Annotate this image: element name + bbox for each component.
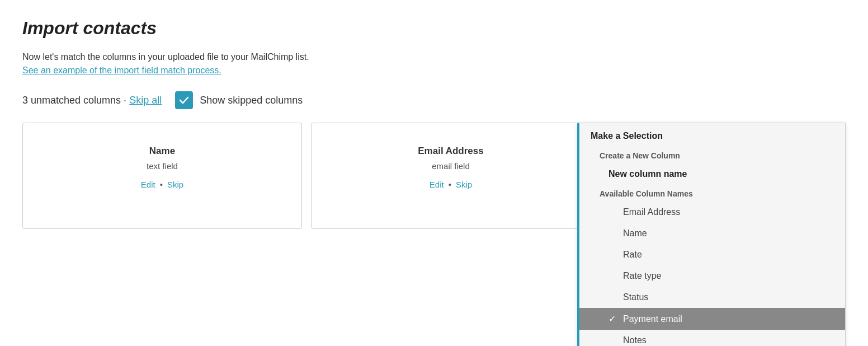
- skip-link-email[interactable]: Skip: [456, 180, 472, 189]
- dropdown-item-status[interactable]: Status: [579, 287, 845, 308]
- page-title: Import contacts: [22, 18, 846, 39]
- show-skipped-checkbox[interactable]: [175, 91, 193, 109]
- example-link[interactable]: See an example of the import field match…: [22, 66, 221, 76]
- page-description: Now let's match the columns in your uplo…: [22, 52, 846, 62]
- check-icon-rate-type: [608, 271, 617, 281]
- column-card-actions-name: Edit • Skip: [141, 180, 183, 189]
- check-icon-notes: [608, 335, 617, 345]
- show-skipped-area: Show skipped columns: [175, 91, 303, 109]
- check-icon-status: [608, 292, 617, 302]
- show-skipped-label: Show skipped columns: [200, 95, 303, 106]
- column-card-title-email: Email Address: [418, 146, 483, 157]
- column-card-type-email: email field: [432, 161, 470, 171]
- dropdown-item-payment-email[interactable]: ✓ Payment email: [579, 308, 845, 330]
- check-icon-payment-email: ✓: [608, 314, 617, 324]
- check-icon-email: [608, 207, 617, 217]
- dropdown-item-notes[interactable]: Notes: [579, 330, 845, 346]
- check-icon-rate: [608, 250, 617, 260]
- dropdown-available-section: Available Column Names: [579, 185, 845, 202]
- skip-all-link[interactable]: Skip all: [129, 95, 162, 106]
- column-card-email: Email Address email field Edit • Skip: [311, 123, 591, 229]
- separator-email: •: [449, 180, 451, 189]
- column-card-title-name: Name: [149, 146, 175, 157]
- columns-area: Name text field Edit • Skip Email Addres…: [22, 123, 846, 229]
- dropdown-new-column-name[interactable]: New column name: [579, 163, 845, 185]
- column-card-actions-email: Edit • Skip: [430, 180, 472, 189]
- dropdown-menu: Make a Selection Create a New Column New…: [577, 123, 846, 346]
- column-card-type-name: text field: [147, 161, 178, 171]
- dropdown-item-rate-type[interactable]: Rate type: [579, 265, 845, 287]
- edit-link-email[interactable]: Edit: [430, 180, 444, 189]
- skip-link-name[interactable]: Skip: [167, 180, 183, 189]
- separator-name: •: [160, 180, 163, 189]
- toolbar: 3 unmatched columns · Skip all Show skip…: [22, 91, 846, 109]
- dropdown-create-new-section: Create a New Column: [579, 147, 845, 163]
- column-card-name: Name text field Edit • Skip: [22, 123, 302, 229]
- dropdown-item-rate[interactable]: Rate: [579, 244, 845, 265]
- edit-link-name[interactable]: Edit: [141, 180, 155, 189]
- dropdown-item-name[interactable]: Name: [579, 223, 845, 244]
- dropdown-item-email-address[interactable]: Email Address: [579, 202, 845, 223]
- dropdown-make-selection[interactable]: Make a Selection: [579, 123, 845, 147]
- unmatched-text: 3 unmatched columns · Skip all: [22, 95, 162, 106]
- check-icon-name: [608, 228, 617, 239]
